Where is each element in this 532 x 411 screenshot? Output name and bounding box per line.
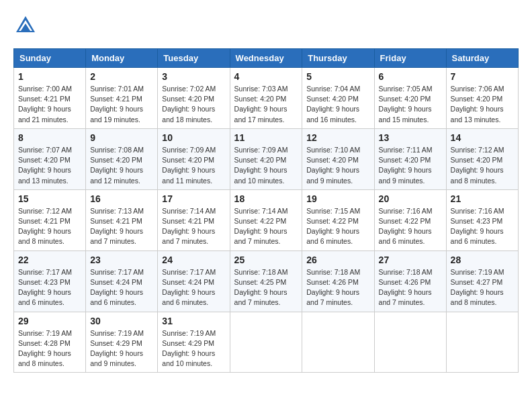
day-number: 10 (162, 132, 225, 143)
day-detail: Sunrise: 7:17 AM Sunset: 4:23 PM Dayligh… (18, 267, 81, 308)
calendar-week-row: 15Sunrise: 7:12 AM Sunset: 4:21 PM Dayli… (14, 189, 519, 250)
calendar-cell: 28Sunrise: 7:19 AM Sunset: 4:27 PM Dayli… (446, 250, 518, 312)
calendar-cell: 8Sunrise: 7:07 AM Sunset: 4:20 PM Daylig… (14, 128, 86, 189)
calendar-cell: 27Sunrise: 7:18 AM Sunset: 4:26 PM Dayli… (374, 250, 446, 312)
weekday-header-saturday: Saturday (446, 49, 518, 68)
calendar-cell: 1Sunrise: 7:00 AM Sunset: 4:21 PM Daylig… (14, 68, 86, 129)
day-number: 2 (90, 71, 153, 82)
calendar-cell: 25Sunrise: 7:18 AM Sunset: 4:25 PM Dayli… (230, 250, 302, 312)
day-number: 16 (90, 193, 153, 204)
calendar-cell (230, 312, 302, 373)
day-number: 18 (234, 193, 298, 204)
calendar-cell: 17Sunrise: 7:14 AM Sunset: 4:21 PM Dayli… (158, 189, 230, 250)
weekday-header-tuesday: Tuesday (158, 49, 230, 68)
page-header (13, 13, 519, 38)
day-detail: Sunrise: 7:02 AM Sunset: 4:20 PM Dayligh… (162, 84, 225, 125)
day-number: 31 (162, 316, 225, 326)
calendar-cell (374, 312, 446, 373)
calendar-cell: 3Sunrise: 7:02 AM Sunset: 4:20 PM Daylig… (158, 68, 230, 129)
day-detail: Sunrise: 7:08 AM Sunset: 4:20 PM Dayligh… (90, 145, 153, 186)
day-detail: Sunrise: 7:10 AM Sunset: 4:20 PM Dayligh… (306, 145, 369, 186)
calendar-cell: 31Sunrise: 7:19 AM Sunset: 4:29 PM Dayli… (158, 312, 230, 373)
weekday-header-friday: Friday (374, 49, 446, 68)
calendar-cell: 7Sunrise: 7:06 AM Sunset: 4:20 PM Daylig… (446, 68, 518, 129)
weekday-header-sunday: Sunday (14, 49, 86, 68)
calendar-cell: 22Sunrise: 7:17 AM Sunset: 4:23 PM Dayli… (14, 250, 86, 312)
day-detail: Sunrise: 7:00 AM Sunset: 4:21 PM Dayligh… (18, 84, 81, 125)
day-number: 30 (90, 316, 153, 326)
day-detail: Sunrise: 7:14 AM Sunset: 4:22 PM Dayligh… (234, 206, 298, 247)
day-detail: Sunrise: 7:06 AM Sunset: 4:20 PM Dayligh… (451, 84, 514, 125)
day-detail: Sunrise: 7:16 AM Sunset: 4:23 PM Dayligh… (451, 206, 514, 247)
day-number: 4 (234, 71, 298, 82)
calendar-cell: 5Sunrise: 7:04 AM Sunset: 4:20 PM Daylig… (302, 68, 374, 129)
calendar-cell (446, 312, 518, 373)
calendar-cell: 21Sunrise: 7:16 AM Sunset: 4:23 PM Dayli… (446, 189, 518, 250)
day-detail: Sunrise: 7:14 AM Sunset: 4:21 PM Dayligh… (162, 206, 225, 247)
calendar-cell: 14Sunrise: 7:12 AM Sunset: 4:20 PM Dayli… (446, 128, 518, 189)
day-number: 19 (306, 193, 369, 204)
calendar-header-row: SundayMondayTuesdayWednesdayThursdayFrid… (14, 49, 519, 68)
day-number: 21 (451, 193, 514, 204)
calendar-cell: 10Sunrise: 7:09 AM Sunset: 4:20 PM Dayli… (158, 128, 230, 189)
day-number: 23 (90, 255, 153, 265)
day-number: 29 (18, 316, 81, 326)
calendar-cell: 30Sunrise: 7:19 AM Sunset: 4:29 PM Dayli… (86, 312, 158, 373)
logo (13, 13, 40, 38)
day-detail: Sunrise: 7:13 AM Sunset: 4:21 PM Dayligh… (90, 206, 153, 247)
day-detail: Sunrise: 7:19 AM Sunset: 4:28 PM Dayligh… (18, 328, 81, 369)
day-detail: Sunrise: 7:18 AM Sunset: 4:25 PM Dayligh… (234, 267, 298, 308)
calendar-cell: 13Sunrise: 7:11 AM Sunset: 4:20 PM Dayli… (374, 128, 446, 189)
calendar-week-row: 1Sunrise: 7:00 AM Sunset: 4:21 PM Daylig… (14, 68, 519, 129)
day-number: 6 (379, 71, 442, 82)
day-number: 5 (306, 71, 369, 82)
day-number: 9 (90, 132, 153, 143)
day-detail: Sunrise: 7:18 AM Sunset: 4:26 PM Dayligh… (306, 267, 369, 308)
calendar-cell: 15Sunrise: 7:12 AM Sunset: 4:21 PM Dayli… (14, 189, 86, 250)
day-number: 22 (18, 255, 81, 265)
calendar-cell: 9Sunrise: 7:08 AM Sunset: 4:20 PM Daylig… (86, 128, 158, 189)
calendar-cell: 4Sunrise: 7:03 AM Sunset: 4:20 PM Daylig… (230, 68, 302, 129)
day-number: 26 (306, 255, 369, 265)
day-detail: Sunrise: 7:17 AM Sunset: 4:24 PM Dayligh… (162, 267, 225, 308)
weekday-header-monday: Monday (86, 49, 158, 68)
calendar-cell: 19Sunrise: 7:15 AM Sunset: 4:22 PM Dayli… (302, 189, 374, 250)
logo-icon (13, 13, 38, 38)
day-number: 12 (306, 132, 369, 143)
day-detail: Sunrise: 7:17 AM Sunset: 4:24 PM Dayligh… (90, 267, 153, 308)
day-number: 13 (379, 132, 442, 143)
calendar-cell: 26Sunrise: 7:18 AM Sunset: 4:26 PM Dayli… (302, 250, 374, 312)
day-detail: Sunrise: 7:15 AM Sunset: 4:22 PM Dayligh… (306, 206, 369, 247)
day-detail: Sunrise: 7:19 AM Sunset: 4:29 PM Dayligh… (90, 328, 153, 369)
calendar-cell: 24Sunrise: 7:17 AM Sunset: 4:24 PM Dayli… (158, 250, 230, 312)
day-number: 11 (234, 132, 298, 143)
day-detail: Sunrise: 7:04 AM Sunset: 4:20 PM Dayligh… (306, 84, 369, 125)
calendar-cell: 23Sunrise: 7:17 AM Sunset: 4:24 PM Dayli… (86, 250, 158, 312)
calendar-cell: 11Sunrise: 7:09 AM Sunset: 4:20 PM Dayli… (230, 128, 302, 189)
day-detail: Sunrise: 7:07 AM Sunset: 4:20 PM Dayligh… (18, 145, 81, 186)
day-number: 7 (451, 71, 514, 82)
day-number: 8 (18, 132, 81, 143)
day-detail: Sunrise: 7:16 AM Sunset: 4:22 PM Dayligh… (379, 206, 442, 247)
calendar-table: SundayMondayTuesdayWednesdayThursdayFrid… (13, 48, 519, 373)
calendar-cell (302, 312, 374, 373)
day-number: 24 (162, 255, 225, 265)
calendar-week-row: 29Sunrise: 7:19 AM Sunset: 4:28 PM Dayli… (14, 312, 519, 373)
day-detail: Sunrise: 7:12 AM Sunset: 4:20 PM Dayligh… (451, 145, 514, 186)
day-detail: Sunrise: 7:03 AM Sunset: 4:20 PM Dayligh… (234, 84, 298, 125)
day-number: 27 (379, 255, 442, 265)
calendar-cell: 29Sunrise: 7:19 AM Sunset: 4:28 PM Dayli… (14, 312, 86, 373)
day-detail: Sunrise: 7:09 AM Sunset: 4:20 PM Dayligh… (162, 145, 225, 186)
day-number: 14 (451, 132, 514, 143)
day-number: 1 (18, 71, 81, 82)
calendar-cell: 12Sunrise: 7:10 AM Sunset: 4:20 PM Dayli… (302, 128, 374, 189)
calendar-cell: 20Sunrise: 7:16 AM Sunset: 4:22 PM Dayli… (374, 189, 446, 250)
calendar-week-row: 22Sunrise: 7:17 AM Sunset: 4:23 PM Dayli… (14, 250, 519, 312)
calendar-cell: 18Sunrise: 7:14 AM Sunset: 4:22 PM Dayli… (230, 189, 302, 250)
day-detail: Sunrise: 7:19 AM Sunset: 4:27 PM Dayligh… (451, 267, 514, 308)
weekday-header-wednesday: Wednesday (230, 49, 302, 68)
calendar-cell: 2Sunrise: 7:01 AM Sunset: 4:21 PM Daylig… (86, 68, 158, 129)
day-number: 25 (234, 255, 298, 265)
calendar-cell: 6Sunrise: 7:05 AM Sunset: 4:20 PM Daylig… (374, 68, 446, 129)
day-detail: Sunrise: 7:18 AM Sunset: 4:26 PM Dayligh… (379, 267, 442, 308)
